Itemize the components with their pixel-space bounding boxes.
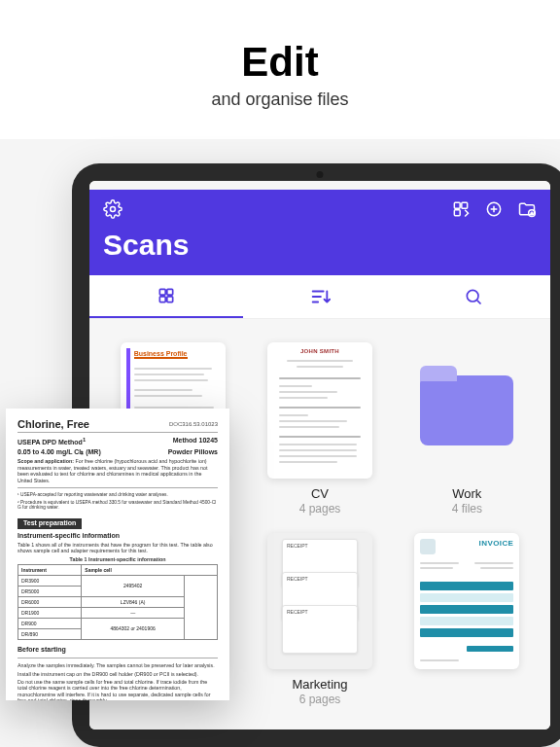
svg-rect-6 — [159, 289, 165, 295]
thumb-cv-name: JOHN SMITH — [267, 348, 372, 354]
svg-rect-9 — [167, 297, 173, 302]
svg-rect-3 — [454, 210, 460, 216]
svg-rect-8 — [159, 297, 165, 302]
app-title: Scans — [103, 229, 537, 262]
file-name: Work — [452, 486, 481, 501]
folder-icon — [420, 375, 513, 445]
overlay-table-caption: Table 1 Instrument-specific information — [18, 556, 218, 562]
overlay-scope: Scope and application: For free chlorine… — [18, 458, 218, 482]
file-item[interactable]: RECEIPT RECEIPT RECEIPT Marketing 6 page… — [252, 533, 387, 706]
tab-bar — [89, 275, 550, 319]
overlay-footnote: ¹ USEPA-accepted for reporting wastewate… — [18, 492, 218, 498]
folder-item[interactable]: Work 4 files — [400, 342, 535, 516]
gear-icon[interactable] — [103, 199, 122, 219]
thumb-bp-title: Business Profile — [134, 350, 188, 359]
svg-point-0 — [111, 207, 116, 212]
overlay-subsection: Instrument-specific information — [18, 532, 218, 540]
overlay-range: 0.05 to 4.00 mg/L Cl₂ (MR) — [18, 448, 101, 456]
overlay-format: Powder Pillows — [168, 448, 218, 456]
file-thumbnail: INVOICE — [414, 533, 519, 669]
folder-thumbnail — [414, 342, 519, 479]
status-bar — [89, 181, 550, 190]
file-meta: 6 pages — [299, 693, 341, 706]
file-item[interactable]: INVOICE — [400, 533, 535, 706]
overlay-method-left: USEPA DPD Method1 — [18, 437, 86, 447]
overlay-footnote: ² Procedure is equivalent to USEPA metho… — [18, 500, 218, 512]
document-preview-overlay[interactable]: Chlorine, Free DOC316.53.01023 USEPA DPD… — [6, 409, 229, 700]
hero-title: Edit — [0, 39, 560, 86]
app-bar: Scans — [89, 190, 550, 275]
tab-grid[interactable] — [89, 275, 243, 318]
select-icon[interactable] — [451, 199, 471, 219]
overlay-subsection: Before starting — [18, 646, 218, 654]
svg-rect-7 — [167, 289, 173, 295]
svg-point-10 — [467, 290, 478, 302]
tab-search[interactable] — [397, 275, 550, 318]
svg-rect-2 — [462, 202, 468, 208]
overlay-section-heading: Test preparation — [18, 518, 82, 528]
hero: Edit and organise files — [0, 0, 560, 139]
file-name: CV — [311, 486, 329, 501]
file-item[interactable]: JOHN SMITH CV — [252, 342, 387, 516]
appbar-icon-row — [103, 199, 537, 219]
cloud-icon[interactable] — [484, 199, 504, 219]
file-thumbnail: JOHN SMITH — [267, 342, 372, 479]
file-meta: 4 pages — [299, 502, 341, 516]
overlay-method-right: Method 10245 — [173, 437, 218, 447]
file-meta: 4 files — [452, 502, 482, 516]
svg-rect-1 — [454, 202, 460, 208]
file-thumbnail: RECEIPT RECEIPT RECEIPT — [267, 533, 372, 669]
overlay-table: InstrumentSample cell DR39002495402 DR50… — [18, 564, 218, 640]
new-folder-icon[interactable] — [517, 199, 537, 219]
tab-sort[interactable] — [243, 275, 397, 318]
file-name: Marketing — [292, 677, 347, 692]
thumb-invoice-title: INVOICE — [479, 539, 514, 548]
hero-subtitle: and organise files — [0, 89, 560, 110]
